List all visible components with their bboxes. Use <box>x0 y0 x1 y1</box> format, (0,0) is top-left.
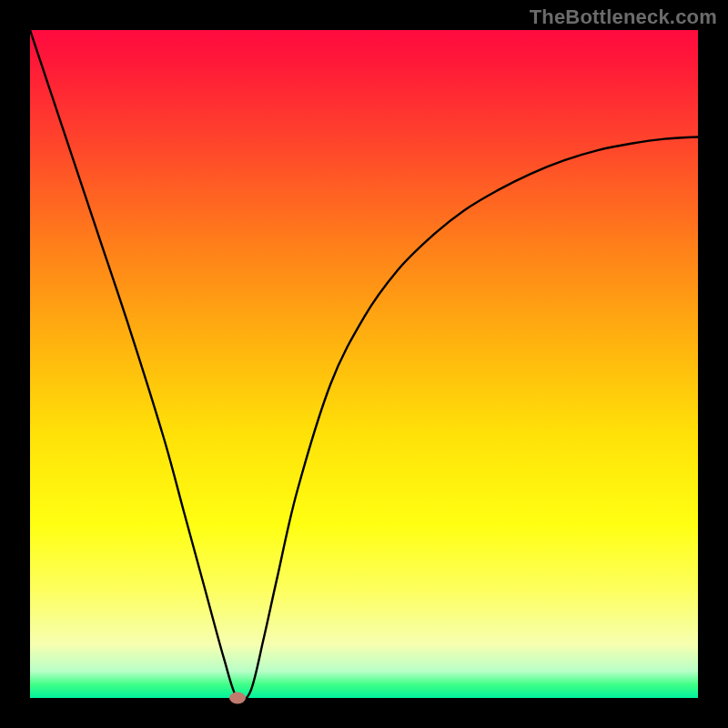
chart-frame: TheBottleneck.com <box>0 0 728 728</box>
bottleneck-curve <box>30 30 698 698</box>
plot-area <box>30 30 698 698</box>
watermark-text: TheBottleneck.com <box>530 5 717 29</box>
optimal-point-marker <box>229 693 246 704</box>
